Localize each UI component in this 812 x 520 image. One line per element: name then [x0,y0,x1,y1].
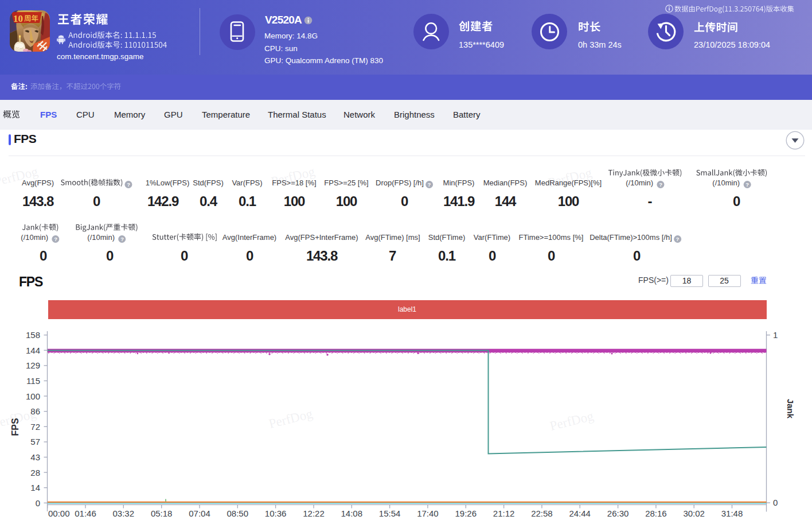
svg-text:115: 115 [26,376,40,386]
svg-text:22:58: 22:58 [531,509,553,518]
svg-text:07:04: 07:04 [189,509,210,518]
svg-text:10:36: 10:36 [265,509,287,518]
svg-text:14: 14 [30,483,40,492]
svg-text:86: 86 [30,406,40,416]
svg-text:129: 129 [26,360,40,370]
svg-text:31:48: 31:48 [721,509,743,518]
svg-text:00:00: 00:00 [48,509,70,518]
svg-text:19:26: 19:26 [455,509,477,518]
svg-text:FPS: FPS [10,418,20,436]
svg-text:03:32: 03:32 [113,509,135,518]
svg-text:21:12: 21:12 [493,509,515,518]
svg-text:10: 10 [13,13,23,24]
svg-text:26:30: 26:30 [607,509,629,518]
svg-text:28:16: 28:16 [645,509,667,518]
svg-text:12:22: 12:22 [303,509,325,518]
svg-text:08:50: 08:50 [227,509,249,518]
svg-text:28: 28 [30,468,40,478]
svg-text:100: 100 [26,391,40,401]
svg-text:144: 144 [26,346,40,355]
svg-text:72: 72 [30,422,40,432]
svg-text:Jank: Jank [786,399,795,419]
svg-text:1: 1 [773,330,778,340]
svg-text:05:18: 05:18 [151,509,173,518]
svg-text:0: 0 [773,498,778,507]
svg-text:43: 43 [30,452,40,462]
svg-text:158: 158 [26,330,40,340]
svg-text:57: 57 [30,437,40,447]
svg-text:15:54: 15:54 [379,509,401,518]
svg-text:14:08: 14:08 [341,509,363,518]
svg-text:17:40: 17:40 [417,509,439,518]
svg-text:30:02: 30:02 [683,509,705,518]
svg-text:0: 0 [36,498,40,508]
svg-text:24:44: 24:44 [569,509,591,518]
svg-text:01:46: 01:46 [75,509,96,518]
